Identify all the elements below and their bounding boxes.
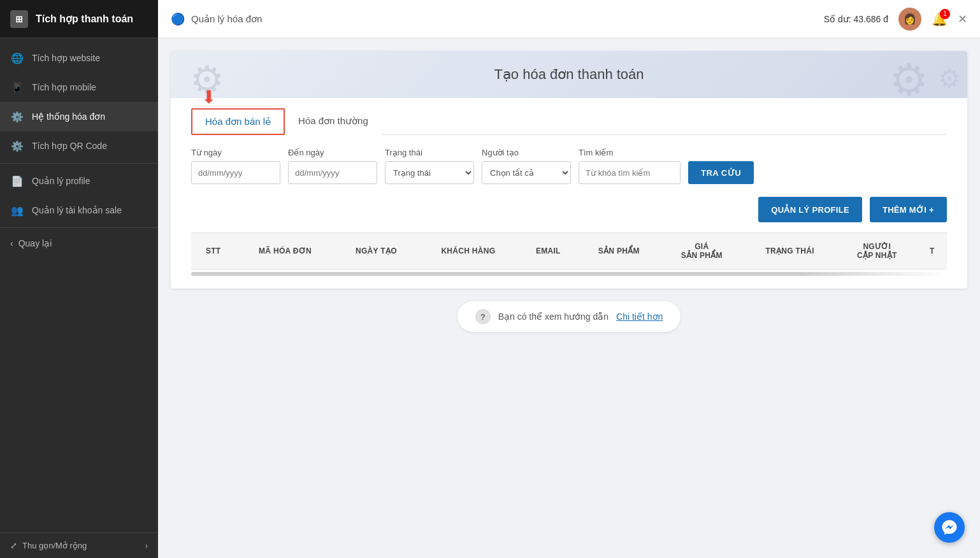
table-header-row: STT MÃ HÓA ĐƠN NGÀY TẠO KHÁCH HÀNG EMAIL… xyxy=(191,233,947,269)
balance-value: 43.686 đ xyxy=(854,14,889,24)
sidebar-title: Tích hợp thanh toán xyxy=(36,13,133,25)
status-group: Trạng thái Trạng thái Đang xử lý Hoàn th… xyxy=(385,148,474,184)
manage-profile-button[interactable]: QUẢN LÝ PROFILE xyxy=(758,197,862,222)
table-wrapper: STT MÃ HÓA ĐƠN NGÀY TẠO KHÁCH HÀNG EMAIL… xyxy=(171,232,967,289)
from-date-group: Từ ngày xyxy=(191,148,280,184)
main-content: 🔵 Quản lý hóa đơn Số dư: 43.686 đ 👩 🔔 1 … xyxy=(158,0,980,558)
tab-thuong[interactable]: Hóa đơn thường xyxy=(285,108,382,135)
search-input[interactable] xyxy=(579,161,681,184)
gear-icon-right: ⚙ xyxy=(889,54,929,98)
close-button[interactable]: ✕ xyxy=(958,12,967,26)
col-trang-thai: TRẠNG THÁI xyxy=(743,233,837,269)
hero-title: Tạo hóa đơn thanh toán xyxy=(191,66,947,83)
users-icon: 👥 xyxy=(10,203,24,217)
messenger-icon xyxy=(941,519,958,536)
sidebar-item-quan-ly-tai-khoan-sale[interactable]: 👥 Quản lý tài khoản sale xyxy=(0,196,158,225)
to-date-label: Đến ngày xyxy=(288,148,377,157)
back-chevron-icon: ‹ xyxy=(10,238,13,248)
sidebar-collapse-button[interactable]: ⤢ Thu gọn/Mở rộng › xyxy=(0,533,158,558)
hero-banner: ⚙ ⚙ ⚙ Tạo hóa đơn thanh toán xyxy=(171,51,967,98)
col-khach-hang: KHÁCH HÀNG xyxy=(417,233,519,269)
col-gia-san-pham: GIÁSẢN PHẨM xyxy=(660,233,743,269)
invoice-icon: ⚙️ xyxy=(10,110,24,124)
topbar-right: Số dư: 43.686 đ 👩 🔔 1 ✕ xyxy=(824,8,967,31)
sidebar-item-tich-hop-mobile[interactable]: 📱 Tích hợp mobile xyxy=(0,73,158,102)
collapse-label: Thu gọn/Mở rộng xyxy=(22,541,87,550)
tab-arrow-icon: ⬇ xyxy=(201,87,216,108)
col-t: T xyxy=(918,233,947,269)
tab-ban-le[interactable]: Hóa đơn bán lẻ xyxy=(191,108,285,135)
qr-icon: ⚙️ xyxy=(10,139,24,153)
sidebar-header: ⊞ Tích hợp thanh toán xyxy=(0,0,158,38)
tabs: Hóa đơn bán lẻ Hóa đơn thường xyxy=(191,108,947,135)
sidebar-item-he-thong-hoa-don[interactable]: ⚙️ Hệ thống hóa đơn xyxy=(0,102,158,131)
topbar-left: 🔵 Quản lý hóa đơn xyxy=(171,12,262,26)
col-ngay-tao: NGÀY TẠO xyxy=(335,233,418,269)
table-scroll-indicator xyxy=(191,272,947,276)
mobile-icon: 📱 xyxy=(10,80,24,94)
col-stt: STT xyxy=(191,233,235,269)
breadcrumb-icon: 🔵 xyxy=(171,12,185,26)
from-date-label: Từ ngày xyxy=(191,148,280,157)
creator-group: Người tạo Chọn tất cả xyxy=(482,148,571,184)
gear-icon-right2: ⚙ xyxy=(938,64,961,93)
sidebar-item-label: Quản lý tài khoản sale xyxy=(32,205,122,215)
help-text: Bạn có thể xem hướng dẫn xyxy=(498,311,609,322)
tab-area: ⬇ Hóa đơn bán lẻ Hóa đơn thường xyxy=(171,98,967,135)
avatar[interactable]: 👩 xyxy=(898,8,921,31)
topbar: 🔵 Quản lý hóa đơn Số dư: 43.686 đ 👩 🔔 1 … xyxy=(158,0,980,38)
tab-ban-le-label: Hóa đơn bán lẻ xyxy=(205,116,271,127)
profile-icon: 📄 xyxy=(10,174,24,188)
sidebar-item-quan-ly-profile[interactable]: 📄 Quản lý profile xyxy=(0,166,158,196)
sidebar-item-label: Tích hợp mobile xyxy=(32,82,96,92)
back-label: Quay lại xyxy=(18,238,52,248)
sidebar-item-label: Tích hợp website xyxy=(32,53,100,63)
search-button[interactable]: TRA CỨU xyxy=(688,161,754,184)
col-ma-hoa-don: MÃ HÓA ĐƠN xyxy=(235,233,335,269)
sidebar-item-tich-hop-website[interactable]: 🌐 Tích hợp website xyxy=(0,43,158,73)
search-group: Tìm kiếm xyxy=(579,148,681,184)
sidebar-divider xyxy=(0,163,158,164)
sidebar-menu: 🌐 Tích hợp website 📱 Tích hợp mobile ⚙️ … xyxy=(0,38,158,533)
from-date-input[interactable] xyxy=(191,161,280,184)
sidebar-item-label: Hệ thống hóa đơn xyxy=(32,111,105,122)
balance-display: Số dư: 43.686 đ xyxy=(824,14,888,24)
balance-label: Số dư: xyxy=(824,14,851,24)
sidebar-item-label: Tích hợp QR Code xyxy=(32,141,107,151)
sidebar-item-tich-hop-qr-code[interactable]: ⚙️ Tích hợp QR Code xyxy=(0,131,158,161)
notification-button[interactable]: 🔔 1 xyxy=(932,11,948,27)
filter-area: Từ ngày Đến ngày Trạng thái Trạng thái Đ… xyxy=(171,135,967,197)
help-icon: ? xyxy=(475,309,491,324)
col-san-pham: SẢN PHẨM xyxy=(577,233,660,269)
help-box: ? Bạn có thể xem hướng dẫn Chi tiết hơn xyxy=(458,301,681,332)
collapse-icon: ⤢ xyxy=(10,541,17,550)
chevron-right-icon: › xyxy=(145,541,148,550)
content-area: ⚙ ⚙ ⚙ Tạo hóa đơn thanh toán ⬇ Hóa đơn b… xyxy=(158,38,980,558)
action-row: QUẢN LÝ PROFILE THÊM MỚI + xyxy=(171,197,967,232)
help-link[interactable]: Chi tiết hơn xyxy=(616,311,663,322)
website-icon: 🌐 xyxy=(10,51,24,65)
col-email: EMAIL xyxy=(519,233,577,269)
breadcrumb: Quản lý hóa đơn xyxy=(191,13,262,25)
messenger-bubble[interactable] xyxy=(934,512,965,543)
to-date-group: Đến ngày xyxy=(288,148,377,184)
creator-label: Người tạo xyxy=(482,148,571,157)
notification-badge: 1 xyxy=(940,9,950,19)
invoices-table: STT MÃ HÓA ĐƠN NGÀY TẠO KHÁCH HÀNG EMAIL… xyxy=(191,232,947,269)
sidebar-back-button[interactable]: ‹ Quay lại xyxy=(0,231,158,256)
status-select[interactable]: Trạng thái Đang xử lý Hoàn thành Đã hủy xyxy=(385,161,474,184)
search-label: Tìm kiếm xyxy=(579,148,681,157)
sidebar-divider-2 xyxy=(0,227,158,228)
help-footer: ? Bạn có thể xem hướng dẫn Chi tiết hơn xyxy=(171,301,967,332)
col-nguoi-cap-nhat: NGƯỜICẬP NHẬT xyxy=(837,233,918,269)
sidebar: ⊞ Tích hợp thanh toán 🌐 Tích hợp website… xyxy=(0,0,158,558)
page-card: ⚙ ⚙ ⚙ Tạo hóa đơn thanh toán ⬇ Hóa đơn b… xyxy=(171,51,967,289)
sidebar-item-label: Quản lý profile xyxy=(32,176,90,186)
creator-select[interactable]: Chọn tất cả xyxy=(482,161,571,184)
add-new-button[interactable]: THÊM MỚI + xyxy=(870,197,947,222)
to-date-input[interactable] xyxy=(288,161,377,184)
tab-thuong-label: Hóa đơn thường xyxy=(298,115,368,126)
status-label: Trạng thái xyxy=(385,148,474,157)
sidebar-logo: ⊞ xyxy=(10,10,28,28)
